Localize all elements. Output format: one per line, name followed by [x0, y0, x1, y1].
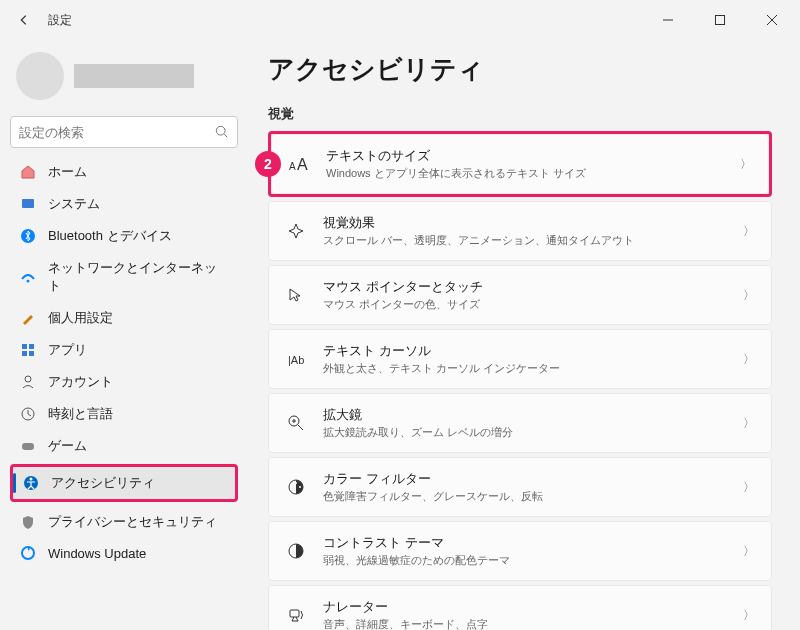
svg-point-2	[216, 126, 225, 135]
sidebar-item-label: アクセシビリティ	[51, 474, 155, 492]
maximize-button[interactable]	[700, 4, 740, 36]
svg-point-25	[295, 482, 297, 484]
visual-effects-icon	[285, 220, 307, 242]
chevron-right-icon: 〉	[743, 543, 755, 560]
card-visual-effects[interactable]: 視覚効果スクロール バー、透明度、アニメーション、通知タイムアウト 〉	[268, 201, 772, 261]
maximize-icon	[715, 15, 725, 25]
svg-line-3	[224, 134, 227, 137]
sidebar-item-label: システム	[48, 195, 100, 213]
accessibility-icon	[23, 475, 39, 491]
back-arrow-icon	[17, 13, 31, 27]
section-visual-label: 視覚	[268, 105, 772, 123]
card-desc: Windows とアプリ全体に表示されるテキスト サイズ	[326, 166, 724, 181]
sidebar-item-accessibility[interactable]: アクセシビリティ	[13, 467, 235, 499]
sidebar-item-accounts[interactable]: アカウント	[10, 366, 238, 398]
card-magnifier[interactable]: 拡大鏡拡大鏡読み取り、ズーム レベルの増分 〉	[268, 393, 772, 453]
sidebar-item-network[interactable]: ネットワークとインターネット	[10, 252, 238, 302]
card-title: マウス ポインターとタッチ	[323, 278, 727, 296]
card-contrast-themes[interactable]: コントラスト テーマ弱視、光線過敏症のための配色テーマ 〉	[268, 521, 772, 581]
card-desc: マウス ポインターの色、サイズ	[323, 297, 727, 312]
svg-rect-1	[716, 16, 725, 25]
svg-point-15	[30, 478, 33, 481]
sidebar-item-label: ネットワークとインターネット	[48, 259, 228, 295]
search-input[interactable]	[19, 125, 215, 140]
sidebar-item-label: アプリ	[48, 341, 87, 359]
minimize-button[interactable]	[648, 4, 688, 36]
close-icon	[767, 15, 777, 25]
svg-text:|Ab: |Ab	[288, 354, 304, 366]
svg-rect-13	[22, 443, 34, 450]
magnifier-icon	[285, 412, 307, 434]
home-icon	[20, 164, 36, 180]
chevron-right-icon: 〉	[743, 223, 755, 240]
annotation-highlight-2: 2 AA テキストのサイズWindows とアプリ全体に表示されるテキスト サイ…	[268, 131, 772, 197]
sidebar-item-personalization[interactable]: 個人用設定	[10, 302, 238, 334]
mouse-pointer-icon	[285, 284, 307, 306]
personalization-icon	[20, 310, 36, 326]
chevron-right-icon: 〉	[743, 287, 755, 304]
sidebar-item-home[interactable]: ホーム	[10, 156, 238, 188]
svg-point-11	[25, 376, 31, 382]
network-icon	[20, 269, 36, 285]
back-button[interactable]	[8, 4, 40, 36]
card-desc: 弱視、光線過敏症のための配色テーマ	[323, 553, 727, 568]
sidebar-item-time[interactable]: 時刻と言語	[10, 398, 238, 430]
sidebar-item-bluetooth[interactable]: Bluetooth とデバイス	[10, 220, 238, 252]
card-desc: スクロール バー、透明度、アニメーション、通知タイムアウト	[323, 233, 727, 248]
color-filters-icon	[285, 476, 307, 498]
search-icon	[215, 125, 229, 139]
card-desc: 音声、詳細度、キーボード、点字	[323, 617, 727, 630]
sidebar-item-label: アカウント	[48, 373, 113, 391]
svg-text:A: A	[297, 156, 308, 173]
svg-rect-7	[22, 344, 27, 349]
svg-line-21	[298, 425, 303, 430]
profile-name-placeholder	[74, 64, 194, 88]
nav-list-continued: プライバシーとセキュリティ Windows Update	[10, 506, 238, 568]
card-desc: 色覚障害フィルター、グレースケール、反転	[323, 489, 727, 504]
privacy-icon	[20, 514, 36, 530]
sidebar-item-update[interactable]: Windows Update	[10, 538, 238, 568]
card-text-size[interactable]: AA テキストのサイズWindows とアプリ全体に表示されるテキスト サイズ …	[271, 134, 769, 194]
narrator-icon	[285, 604, 307, 626]
annotation-highlight-1: 1 アクセシビリティ	[10, 464, 238, 502]
card-title: テキストのサイズ	[326, 147, 724, 165]
card-desc: 外観と太さ、テキスト カーソル インジケーター	[323, 361, 727, 376]
svg-rect-10	[29, 351, 34, 356]
card-text-cursor[interactable]: |Ab テキスト カーソル外観と太さ、テキスト カーソル インジケーター 〉	[268, 329, 772, 389]
update-icon	[20, 545, 36, 561]
card-title: カラー フィルター	[323, 470, 727, 488]
sidebar: ホーム システム Bluetooth とデバイス ネットワークとインターネット …	[0, 40, 248, 630]
sidebar-item-label: 個人用設定	[48, 309, 113, 327]
main-content: アクセシビリティ 視覚 2 AA テキストのサイズWindows とアプリ全体に…	[248, 40, 800, 630]
svg-rect-4	[22, 199, 34, 208]
nav-list: ホーム システム Bluetooth とデバイス ネットワークとインターネット …	[10, 156, 238, 462]
card-desc: 拡大鏡読み取り、ズーム レベルの増分	[323, 425, 727, 440]
annotation-badge-2: 2	[255, 151, 281, 177]
minimize-icon	[663, 15, 673, 25]
svg-text:A: A	[289, 161, 296, 172]
sidebar-item-apps[interactable]: アプリ	[10, 334, 238, 366]
sidebar-item-label: ホーム	[48, 163, 87, 181]
sidebar-item-label: プライバシーとセキュリティ	[48, 513, 217, 531]
sidebar-item-privacy[interactable]: プライバシーとセキュリティ	[10, 506, 238, 538]
profile[interactable]	[10, 48, 238, 116]
card-title: テキスト カーソル	[323, 342, 727, 360]
svg-rect-9	[22, 351, 27, 356]
bluetooth-icon	[20, 228, 36, 244]
sidebar-item-label: Windows Update	[48, 546, 146, 561]
sidebar-item-system[interactable]: システム	[10, 188, 238, 220]
accounts-icon	[20, 374, 36, 390]
page-title: アクセシビリティ	[268, 52, 772, 87]
window-title: 設定	[48, 12, 72, 29]
search-box[interactable]	[10, 116, 238, 148]
svg-point-6	[27, 280, 30, 283]
text-size-icon: AA	[288, 153, 310, 175]
svg-point-26	[299, 486, 301, 488]
time-icon	[20, 406, 36, 422]
titlebar: 設定	[0, 0, 800, 40]
close-button[interactable]	[752, 4, 792, 36]
card-color-filters[interactable]: カラー フィルター色覚障害フィルター、グレースケール、反転 〉	[268, 457, 772, 517]
card-narrator[interactable]: ナレーター音声、詳細度、キーボード、点字 〉	[268, 585, 772, 630]
card-mouse-pointer[interactable]: マウス ポインターとタッチマウス ポインターの色、サイズ 〉	[268, 265, 772, 325]
sidebar-item-gaming[interactable]: ゲーム	[10, 430, 238, 462]
